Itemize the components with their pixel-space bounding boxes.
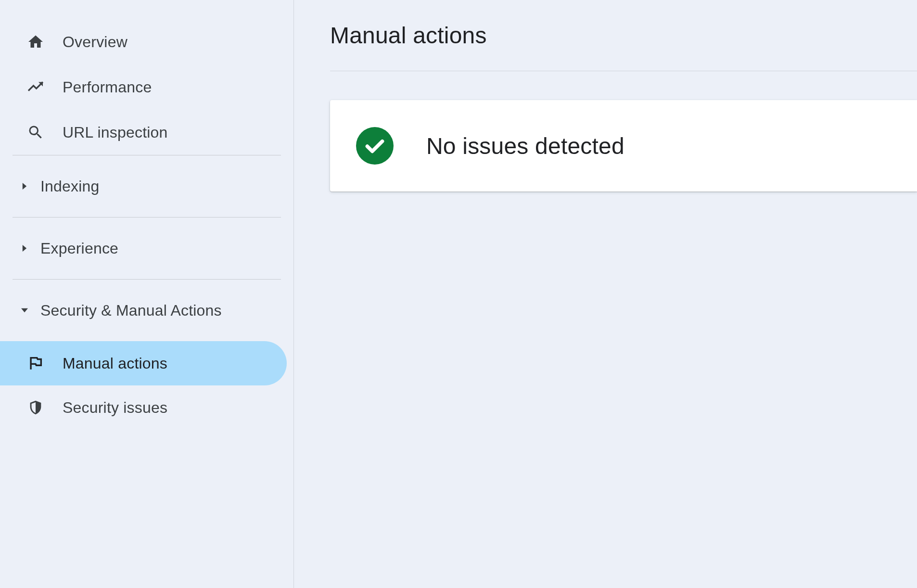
search-icon: [27, 124, 44, 141]
home-icon: [27, 33, 44, 51]
trending-up-icon: [27, 78, 44, 96]
shield-icon: [27, 399, 44, 416]
sidebar-item-label: Security issues: [63, 399, 167, 417]
sidebar-section-indexing[interactable]: Indexing: [0, 155, 293, 217]
vertical-divider: [293, 0, 294, 588]
caret-right-icon: [20, 244, 29, 253]
sidebar-section-experience[interactable]: Experience: [0, 217, 293, 279]
main-content: Manual actions No issues detected: [293, 0, 917, 588]
success-check-icon: [356, 127, 394, 165]
flag-icon: [27, 355, 44, 372]
sidebar-item-overview[interactable]: Overview: [0, 19, 293, 64]
status-message: No issues detected: [426, 133, 624, 159]
sidebar-item-manual-actions[interactable]: Manual actions: [0, 341, 287, 385]
sidebar-section-label: Indexing: [40, 178, 100, 195]
sidebar-item-url-inspection[interactable]: URL inspection: [0, 110, 293, 155]
sidebar-item-label: Overview: [63, 33, 127, 51]
header-divider: [330, 71, 917, 71]
sidebar-item-label: Performance: [63, 78, 152, 96]
sidebar-item-security-issues[interactable]: Security issues: [0, 385, 287, 430]
caret-down-icon: [20, 306, 29, 315]
sidebar-section-label: Security & Manual Actions: [40, 302, 222, 320]
page-title: Manual actions: [330, 22, 917, 49]
status-card: No issues detected: [330, 100, 917, 192]
sidebar-item-label: Manual actions: [63, 355, 167, 372]
sidebar-item-performance[interactable]: Performance: [0, 64, 293, 110]
sidebar-section-security-manual-actions[interactable]: Security & Manual Actions: [0, 280, 293, 341]
caret-right-icon: [20, 182, 29, 191]
sidebar: Overview Performance URL inspection Inde…: [0, 0, 293, 588]
sidebar-section-label: Experience: [40, 240, 118, 257]
sidebar-item-label: URL inspection: [63, 124, 168, 141]
